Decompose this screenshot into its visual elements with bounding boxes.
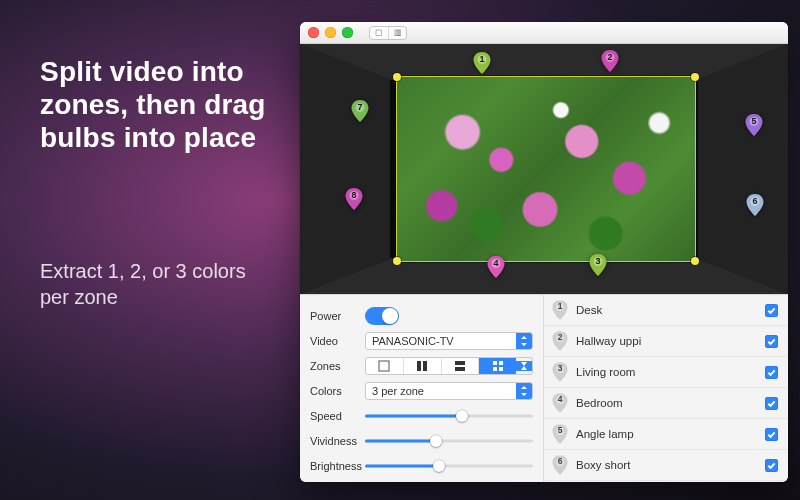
- bulb-pin-5[interactable]: 5: [745, 114, 763, 136]
- brightness-label: Brightness: [310, 460, 365, 472]
- bulb-name: Boxy short: [576, 459, 765, 471]
- vividness-label: Vividness: [310, 435, 365, 447]
- svg-rect-9: [417, 361, 421, 371]
- video-select-value: PANASONIC-TV: [366, 335, 516, 347]
- frame-handle-bottom-right[interactable]: [691, 257, 699, 265]
- bulb-pin-icon: 1: [552, 300, 568, 320]
- window-minimize-button[interactable]: [325, 27, 336, 38]
- bulb-enabled-checkbox[interactable]: [765, 459, 778, 472]
- titlebar: ▢ ▥: [300, 22, 788, 44]
- bulb-pin-1[interactable]: 1: [473, 52, 491, 74]
- svg-rect-14: [499, 361, 503, 365]
- bulb-row[interactable]: 1Desk: [544, 295, 788, 326]
- bulb-list[interactable]: 1Desk2Hallway uppi3Living room4Bedroom5A…: [544, 295, 788, 482]
- bulb-enabled-checkbox[interactable]: [765, 428, 778, 441]
- vividness-slider[interactable]: [365, 432, 533, 450]
- view-mode-segmented[interactable]: ▢ ▥: [369, 26, 407, 40]
- bulb-pin-icon: 2: [552, 331, 568, 351]
- zones-label: Zones: [310, 360, 365, 372]
- bulb-name: Desk: [576, 304, 765, 316]
- speed-slider[interactable]: [365, 407, 533, 425]
- bulb-row[interactable]: 6Boxy short: [544, 450, 788, 481]
- svg-rect-16: [499, 367, 503, 371]
- zones-option-3[interactable]: [441, 358, 479, 374]
- hero-caption: Split video into zones, then drag bulbs …: [40, 55, 280, 154]
- power-toggle[interactable]: [365, 307, 399, 325]
- bulb-pin-8[interactable]: 8: [345, 188, 363, 210]
- bulb-row[interactable]: 4Bedroom: [544, 388, 788, 419]
- zones-option-1[interactable]: [366, 358, 403, 374]
- settings-panel: Power Video PANASONIC-TV Zones: [300, 295, 544, 482]
- bulb-pin-3[interactable]: 3: [589, 254, 607, 276]
- room-wall-left: [300, 44, 390, 294]
- bulb-row[interactable]: 5Angle lamp: [544, 419, 788, 450]
- svg-rect-12: [455, 367, 465, 371]
- video-select[interactable]: PANASONIC-TV: [365, 332, 533, 350]
- select-stepper-icon: [516, 333, 532, 349]
- window-zoom-button[interactable]: [342, 27, 353, 38]
- bulb-pin-icon: 4: [552, 393, 568, 413]
- bulb-pin-2[interactable]: 2: [601, 50, 619, 72]
- bulb-pin-icon: 6: [552, 455, 568, 475]
- bulb-row[interactable]: 3Living room: [544, 357, 788, 388]
- zones-more-icon[interactable]: [516, 361, 532, 371]
- view-mode-single-icon[interactable]: ▢: [370, 27, 388, 39]
- video-label: Video: [310, 335, 365, 347]
- colors-select-value: 3 per zone: [366, 385, 516, 397]
- app-window: ▢ ▥ 12345678 Power Video: [300, 22, 788, 482]
- bulb-name: Living room: [576, 366, 765, 378]
- bulb-pin-6[interactable]: 6: [746, 194, 764, 216]
- select-stepper-icon: [516, 383, 532, 399]
- bulb-name: Angle lamp: [576, 428, 765, 440]
- bulb-pin-7[interactable]: 7: [351, 100, 369, 122]
- video-frame[interactable]: [396, 76, 696, 262]
- power-label: Power: [310, 310, 365, 322]
- zones-option-4[interactable]: [478, 358, 516, 374]
- brightness-slider[interactable]: [365, 457, 533, 475]
- sub-caption: Extract 1, 2, or 3 colors per zone: [40, 258, 270, 310]
- bulb-enabled-checkbox[interactable]: [765, 366, 778, 379]
- bulb-enabled-checkbox[interactable]: [765, 304, 778, 317]
- bulb-row[interactable]: 2Hallway uppi: [544, 326, 788, 357]
- room-wall-right: [698, 44, 788, 294]
- bulb-pin-icon: 3: [552, 362, 568, 382]
- speed-label: Speed: [310, 410, 365, 422]
- svg-rect-8: [379, 361, 389, 371]
- svg-rect-15: [493, 367, 497, 371]
- zones-picker[interactable]: [365, 357, 533, 375]
- zones-option-2[interactable]: [403, 358, 441, 374]
- svg-rect-10: [423, 361, 427, 371]
- frame-handle-bottom-left[interactable]: [393, 257, 401, 265]
- colors-label: Colors: [310, 385, 365, 397]
- svg-rect-11: [455, 361, 465, 365]
- bulb-name: Bedroom: [576, 397, 765, 409]
- view-mode-sidebar-icon[interactable]: ▥: [388, 27, 406, 39]
- bulb-enabled-checkbox[interactable]: [765, 397, 778, 410]
- colors-select[interactable]: 3 per zone: [365, 382, 533, 400]
- bulb-pin-4[interactable]: 4: [487, 256, 505, 278]
- window-close-button[interactable]: [308, 27, 319, 38]
- video-stage[interactable]: 12345678: [300, 44, 788, 294]
- bulb-enabled-checkbox[interactable]: [765, 335, 778, 348]
- svg-rect-13: [493, 361, 497, 365]
- frame-handle-top-left[interactable]: [393, 73, 401, 81]
- bulb-pin-icon: 5: [552, 424, 568, 444]
- frame-handle-top-right[interactable]: [691, 73, 699, 81]
- bulb-name: Hallway uppi: [576, 335, 765, 347]
